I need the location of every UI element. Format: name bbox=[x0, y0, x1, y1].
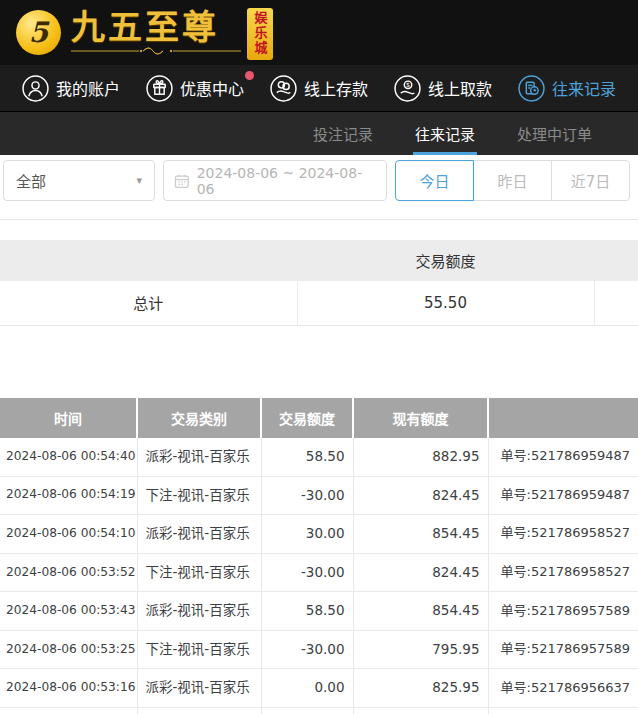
table-row: 下注-视讯-百家乐 bbox=[0, 707, 638, 714]
cell-order: 单号:521786957589 bbox=[488, 592, 638, 631]
nav-item-withdraw[interactable]: $ 线上取款 bbox=[394, 75, 492, 102]
cell-type: 派彩-视讯-百家乐 bbox=[137, 592, 261, 631]
cell-time: 2024-08-06 00:53:25 bbox=[0, 630, 137, 669]
nav-item-records[interactable]: 往来记录 bbox=[518, 75, 616, 102]
cell-time: 2024-08-06 00:53:52 bbox=[0, 553, 137, 592]
cell-balance: 825.95 bbox=[353, 669, 488, 708]
brand-badge: 娱乐城 bbox=[247, 8, 273, 60]
table-row: 2024-08-06 00:53:52 下注-视讯-百家乐 -30.00 824… bbox=[0, 553, 638, 592]
page: 5 九五至尊 娱乐城 我的账户 bbox=[0, 0, 638, 714]
summary-table: 交易额度 总计 55.50 bbox=[0, 240, 638, 326]
cell-amount: 30.00 bbox=[261, 515, 353, 554]
date-range-input[interactable]: 2024-08-06 ~ 2024-08-06 bbox=[163, 160, 387, 201]
date-range-value: 2024-08-06 ~ 2024-08-06 bbox=[197, 165, 376, 197]
withdraw-icon: $ bbox=[394, 75, 421, 102]
tab-pending-orders[interactable]: 处理中订单 bbox=[517, 112, 592, 155]
nav-item-deposit[interactable]: 线上存款 bbox=[270, 75, 368, 102]
main-nav: 我的账户 优惠中心 线上存款 $ bbox=[0, 65, 638, 112]
cell-amount: 58.50 bbox=[261, 592, 353, 631]
tab-betting-records[interactable]: 投注记录 bbox=[313, 112, 373, 155]
table-row: 2024-08-06 00:54:19 下注-视讯-百家乐 -30.00 824… bbox=[0, 476, 638, 515]
summary-empty-cell bbox=[594, 281, 638, 325]
cell-balance: 854.45 bbox=[353, 592, 488, 631]
summary-header-amount: 交易额度 bbox=[297, 240, 594, 281]
table-row: 2024-08-06 00:53:43 派彩-视讯-百家乐 58.50 854.… bbox=[0, 592, 638, 631]
cell-order: 单号:521786959487 bbox=[488, 476, 638, 515]
svg-text:$: $ bbox=[406, 81, 410, 88]
nav-item-label: 往来记录 bbox=[552, 76, 616, 100]
col-header-amount: 交易额度 bbox=[261, 398, 353, 438]
cell-type: 派彩-视讯-百家乐 bbox=[137, 669, 261, 708]
tab-transaction-records[interactable]: 往来记录 bbox=[415, 112, 475, 155]
cell-balance: 824.45 bbox=[353, 476, 488, 515]
records-header-row: 时间 交易类别 交易额度 现有额度 bbox=[0, 398, 638, 438]
cell-balance: 795.95 bbox=[353, 630, 488, 669]
brand-logo-icon[interactable]: 5 bbox=[16, 10, 61, 55]
cell-time: 2024-08-06 00:54:40 bbox=[0, 438, 137, 477]
nav-item-label: 优惠中心 bbox=[180, 76, 244, 100]
nav-item-label: 我的账户 bbox=[56, 76, 120, 100]
col-header-type: 交易类别 bbox=[137, 398, 261, 438]
cell-balance bbox=[353, 707, 488, 714]
cell-time: 2024-08-06 00:54:19 bbox=[0, 476, 137, 515]
cell-amount bbox=[261, 707, 353, 714]
last7days-button[interactable]: 近7日 bbox=[551, 160, 630, 201]
user-icon bbox=[22, 75, 49, 102]
cell-amount: 0.00 bbox=[261, 669, 353, 708]
nav-item-my-account[interactable]: 我的账户 bbox=[22, 75, 120, 102]
cell-amount: -30.00 bbox=[261, 553, 353, 592]
quick-range-group: 今日 昨日 近7日 bbox=[395, 160, 630, 201]
cell-type: 派彩-视讯-百家乐 bbox=[137, 515, 261, 554]
cell-balance: 854.45 bbox=[353, 515, 488, 554]
cell-type: 下注-视讯-百家乐 bbox=[137, 707, 261, 714]
col-header-order bbox=[488, 398, 638, 438]
summary-total-label: 总计 bbox=[0, 281, 297, 325]
cell-order bbox=[488, 707, 638, 714]
yesterday-button[interactable]: 昨日 bbox=[473, 160, 552, 201]
brand-header: 5 九五至尊 娱乐城 bbox=[0, 0, 638, 65]
summary-total-value: 55.50 bbox=[297, 281, 594, 325]
summary-total-row: 总计 55.50 bbox=[0, 281, 638, 325]
table-row: 2024-08-06 00:53:25 下注-视讯-百家乐 -30.00 795… bbox=[0, 630, 638, 669]
records-table: 时间 交易类别 交易额度 现有额度 2024-08-06 00:54:40 派彩… bbox=[0, 398, 638, 714]
cell-order: 单号:521786959487 bbox=[488, 438, 638, 477]
sub-nav: 投注记录 往来记录 处理中订单 bbox=[0, 112, 638, 155]
col-header-time: 时间 bbox=[0, 398, 137, 438]
today-button[interactable]: 今日 bbox=[395, 160, 474, 201]
table-row: 2024-08-06 00:54:40 派彩-视讯-百家乐 58.50 882.… bbox=[0, 438, 638, 477]
cell-order: 单号:521786957589 bbox=[488, 630, 638, 669]
records-icon bbox=[518, 75, 545, 102]
cell-order: 单号:521786956637 bbox=[488, 669, 638, 708]
brand-title[interactable]: 九五至尊 bbox=[71, 10, 241, 44]
cell-balance: 882.95 bbox=[353, 438, 488, 477]
table-row: 2024-08-06 00:53:16 派彩-视讯-百家乐 0.00 825.9… bbox=[0, 669, 638, 708]
col-header-balance: 现有额度 bbox=[353, 398, 488, 438]
summary-header-row: 交易额度 bbox=[0, 240, 638, 281]
cell-balance: 824.45 bbox=[353, 553, 488, 592]
cell-time: 2024-08-06 00:54:10 bbox=[0, 515, 137, 554]
summary-header-empty bbox=[594, 240, 638, 281]
nav-item-label: 线上取款 bbox=[428, 76, 492, 100]
nav-item-promotions[interactable]: 优惠中心 bbox=[146, 75, 244, 102]
cell-type: 派彩-视讯-百家乐 bbox=[137, 438, 261, 477]
cell-amount: -30.00 bbox=[261, 476, 353, 515]
flourish-ornament-icon bbox=[71, 46, 241, 56]
cell-time bbox=[0, 707, 137, 714]
cell-order: 单号:521786958527 bbox=[488, 515, 638, 554]
category-selected-value: 全部 bbox=[16, 170, 46, 191]
spacer bbox=[0, 326, 638, 398]
chevron-down-icon: ▾ bbox=[136, 174, 142, 187]
cell-time: 2024-08-06 00:53:43 bbox=[0, 592, 137, 631]
calendar-icon bbox=[174, 173, 190, 189]
cell-order: 单号:521786958527 bbox=[488, 553, 638, 592]
deposit-icon bbox=[270, 75, 297, 102]
category-select[interactable]: 全部 ▾ bbox=[3, 160, 155, 201]
filter-bar: 全部 ▾ 2024-08-06 ~ 2024-08-06 今日 昨日 近7日 bbox=[0, 155, 638, 220]
cell-amount: -30.00 bbox=[261, 630, 353, 669]
cell-type: 下注-视讯-百家乐 bbox=[137, 476, 261, 515]
spacer bbox=[0, 220, 638, 240]
cell-amount: 58.50 bbox=[261, 438, 353, 477]
nav-item-label: 线上存款 bbox=[304, 76, 368, 100]
cell-time: 2024-08-06 00:53:16 bbox=[0, 669, 137, 708]
notification-dot bbox=[245, 71, 254, 80]
